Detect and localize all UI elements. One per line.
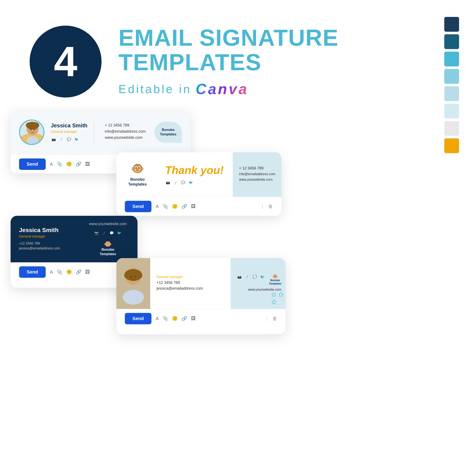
whatsapp-icon: 💬 (66, 136, 72, 142)
send-button-1[interactable]: Send (19, 158, 46, 170)
swatch-dark-navy (444, 17, 459, 32)
signature-1: Jessica Smith General manager 📷 𝑓 💬 🐦 + … (11, 110, 190, 154)
person-svg-1 (20, 120, 44, 145)
swatch-light-blue (444, 69, 459, 84)
logo-text-4: Bonobo Templates (269, 279, 281, 285)
main-title: EMAIL SIGNATURE TEMPLATES (119, 25, 339, 74)
sig4-right: 📷 𝑓 💬 🐦 🐵 Bonobo Templates www.yourwebsi… (231, 258, 286, 309)
toolbar-right-2: ⋮ 🗑 (260, 204, 273, 209)
image-icon-2: 🖼 (191, 204, 196, 209)
template-card-2: 🐵 Bonobo Templates Thank you! 📷 𝑓 💬 🐦 + … (116, 152, 281, 216)
font-icon-3: A (50, 269, 53, 275)
image-icon-3: 🖼 (85, 269, 90, 275)
send-button-2[interactable]: Send (125, 201, 152, 212)
link-icon: 🔗 (76, 161, 82, 167)
website-3: www.yourwebsite.com (89, 222, 127, 226)
decorative-flowers: ✿ ✿✿ (271, 291, 284, 306)
instagram-icon: 📷 (51, 136, 57, 142)
attach-icon-4: 📎 (162, 316, 168, 321)
signature-2: 🐵 Bonobo Templates Thank you! 📷 𝑓 💬 🐦 + … (116, 152, 281, 197)
phone-4: +12 3456 789 (156, 281, 224, 285)
emoji-icon-2: 🙂 (172, 204, 178, 209)
social-icons-2: 📷 𝑓 💬 🐦 (165, 180, 226, 186)
trash-icon-4: 🗑 (272, 316, 277, 321)
sig3-left: Jessica Smith General manager +12 3456 7… (11, 216, 78, 262)
whatsapp-icon-2: 💬 (180, 180, 186, 186)
person-name-3: Jessica Smith (19, 227, 70, 234)
phone-3: +12 3456 789 (19, 242, 70, 245)
subtitle: Editable in Canva (119, 81, 339, 98)
svg-point-4 (34, 129, 35, 130)
swatch-medium-navy (444, 34, 459, 49)
person-title-4: General manager (156, 275, 224, 279)
toolbar-icons-3: A 📎 🙂 🔗 🖼 (50, 269, 90, 275)
font-icon-4: A (156, 316, 159, 321)
monkey-logo-icon: 🐵 (131, 162, 144, 174)
whatsapp-icon-4: 💬 (252, 274, 258, 280)
person-name-1: Jessica Smith (51, 122, 87, 129)
attach-icon-2: 📎 (162, 204, 168, 209)
emoji-icon-4: 🙂 (172, 316, 178, 321)
svg-point-5 (27, 136, 38, 145)
sig3-right: www.yourwebsite.com 📷 𝑓 💬 🐦 🐵 Bonobo Tem… (78, 216, 137, 262)
person-title-3: General manager (19, 235, 70, 238)
link-icon-3: 🔗 (76, 269, 82, 275)
monkey-icon-4: 🐵 (272, 274, 278, 279)
email-4: jessica@emailaddress.com (156, 286, 224, 291)
trash-icon-2: 🗑 (268, 204, 273, 209)
send-button-3[interactable]: Send (19, 266, 46, 278)
phone-1: + 12 3456 789 (105, 123, 148, 128)
toolbar-2: Send A 📎 🙂 🔗 🖼 ⋮ 🗑 (116, 197, 281, 216)
more-icon-4: ⋮ (264, 316, 269, 321)
website-2: www.yourwebsite.com (239, 178, 275, 182)
title-block: EMAIL SIGNATURE TEMPLATES Editable in Ca… (119, 25, 339, 98)
header-section: 4 EMAIL SIGNATURE TEMPLATES Editable in … (0, 0, 476, 110)
sig2-left: 🐵 Bonobo Templates (116, 152, 159, 197)
more-icon-2: ⋮ (260, 204, 265, 209)
toolbar-icons-1: A 📎 🙂 🔗 🖼 (50, 161, 90, 167)
attach-icon: 📎 (57, 161, 62, 167)
svg-point-10 (135, 276, 136, 278)
toolbar-right-4: ⋮ 🗑 (264, 316, 277, 321)
thank-you-text: Thank you! (165, 164, 226, 176)
logo-block-3: 🐵 Bonobo Templates (100, 240, 116, 256)
svg-point-9 (130, 276, 132, 278)
social-icons-1: 📷 𝑓 💬 🐦 (51, 136, 87, 142)
facebook-icon: 𝑓 (58, 136, 64, 142)
name-block-1: Jessica Smith General manager 📷 𝑓 💬 🐦 (51, 122, 94, 142)
social-icons-4: 📷 𝑓 💬 🐦 🐵 Bonobo Templates (237, 274, 281, 285)
facebook-icon-3: 𝑓 (101, 230, 107, 236)
emoji-icon-3: 🙂 (66, 269, 72, 275)
image-icon: 🖼 (85, 161, 90, 167)
sig4-info: General manager +12 3456 789 jessica@ema… (150, 271, 231, 296)
send-button-4[interactable]: Send (125, 313, 152, 324)
sig2-center: Thank you! 📷 𝑓 💬 🐦 (159, 152, 233, 197)
logo-text-3: Bonobo Templates (100, 248, 116, 256)
swatch-medium-blue (444, 52, 459, 67)
photo-4 (116, 258, 150, 309)
signature-4: General manager +12 3456 789 jessica@ema… (116, 258, 286, 309)
emoji-icon: 🙂 (66, 161, 72, 167)
monkey-icon-3: 🐵 (104, 240, 112, 248)
font-icon: A (50, 161, 53, 167)
twitter-icon-2: 🐦 (188, 180, 194, 186)
avatar-1 (19, 119, 44, 145)
link-icon-4: 🔗 (182, 316, 187, 321)
svg-point-11 (123, 290, 144, 305)
person-svg-4 (116, 258, 150, 309)
font-icon-2: A (156, 204, 159, 209)
person-title-1: General manager (51, 130, 87, 134)
contact-block-1: + 12 3456 789 info@emailaddress.com www.… (101, 123, 148, 141)
whatsapp-icon-3: 💬 (109, 230, 115, 236)
logo-text-2: Bonobo Templates (128, 177, 147, 187)
number-badge: 4 (30, 26, 102, 98)
website-1: www.yourwebsite.com (105, 136, 148, 140)
twitter-icon-4: 🐦 (259, 274, 265, 280)
facebook-icon-4: 𝑓 (244, 274, 250, 280)
social-icons-3: 📷 𝑓 💬 🐦 (94, 230, 122, 236)
email-3: jessica@emailaddress.com (19, 246, 70, 250)
toolbar-icons-4: A 📎 🙂 🔗 🖼 (156, 316, 196, 321)
logo-text-1: Bonobo Templates (160, 128, 176, 137)
attach-icon-3: 📎 (57, 269, 62, 275)
logo-block-1: Bonobo Templates (154, 122, 182, 143)
